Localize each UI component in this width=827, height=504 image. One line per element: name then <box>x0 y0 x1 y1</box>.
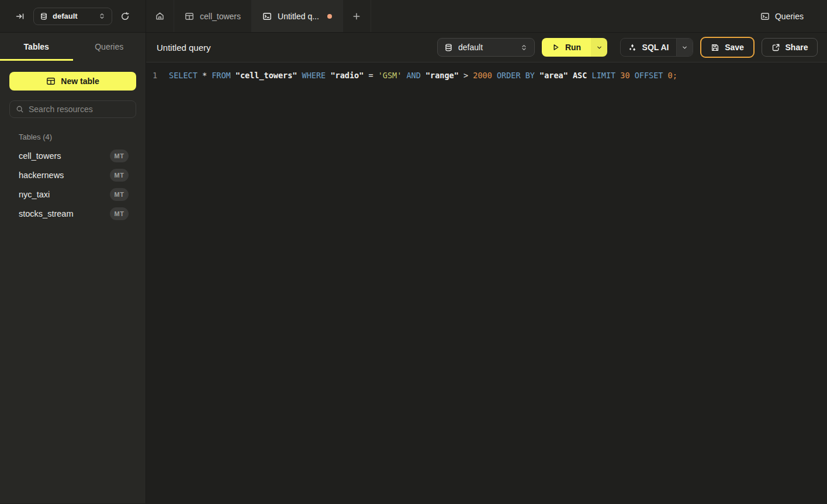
query-icon <box>262 12 272 21</box>
updown-chevron-icon <box>98 12 106 20</box>
search-input[interactable] <box>29 105 134 114</box>
plus-icon <box>352 12 361 21</box>
sql-ai-button[interactable]: SQL AI <box>620 38 693 57</box>
refresh-icon[interactable] <box>120 12 130 21</box>
new-tab-button[interactable] <box>343 0 371 32</box>
database-selector-value: default <box>53 12 94 20</box>
database-selector-value: default <box>458 43 515 52</box>
query-icon <box>760 12 770 21</box>
chevron-down-icon <box>681 44 688 51</box>
table-engine-badge: MT <box>110 169 129 182</box>
tab-untitled-query[interactable]: Untitled q... <box>252 0 343 32</box>
search-icon <box>16 105 24 113</box>
new-table-button-label: New table <box>61 77 99 86</box>
unsaved-dot <box>327 14 332 19</box>
sidebar-tab-queries-label: Queries <box>95 42 123 51</box>
sidebar-tab-queries[interactable]: Queries <box>73 33 146 61</box>
run-button-label: Run <box>565 43 581 52</box>
sidebar-tab-tables[interactable]: Tables <box>0 33 73 61</box>
topbar-left-section: default <box>0 0 146 32</box>
save-button-label: Save <box>725 43 744 52</box>
line-number: 1 <box>146 69 164 82</box>
queries-button[interactable]: Queries <box>760 12 804 21</box>
code-line: 1 SELECT * FROM "cell_towers" WHERE "rad… <box>146 69 827 82</box>
tab-home[interactable] <box>146 0 174 32</box>
page-title: Untitled query <box>157 43 211 53</box>
sql-ai-options-caret[interactable] <box>676 39 693 56</box>
sidebar-tabs: Tables Queries <box>0 33 146 61</box>
table-list: cell_towers MT hackernews MT nyc_taxi MT… <box>0 146 146 223</box>
table-row[interactable]: hackernews MT <box>0 165 146 185</box>
sql-ai-button-label: SQL AI <box>642 43 669 52</box>
sparkles-icon <box>628 43 637 52</box>
sql-line-code: SELECT * FROM "cell_towers" WHERE "radio… <box>169 69 677 82</box>
table-icon <box>185 12 194 21</box>
table-engine-badge: MT <box>110 150 129 162</box>
table-row[interactable]: stocks_stream MT <box>0 204 146 223</box>
sidebar-tab-tables-label: Tables <box>24 42 49 51</box>
sql-editor[interactable]: 1 SELECT * FROM "cell_towers" WHERE "rad… <box>146 62 827 503</box>
tabstrip: cell_towers Untitled q... <box>146 0 827 32</box>
chevron-down-icon <box>596 44 603 51</box>
run-button-main[interactable]: Run <box>542 38 591 57</box>
tab-cell-towers[interactable]: cell_towers <box>174 0 252 32</box>
topbar-database-selector[interactable]: default <box>33 8 112 25</box>
run-options-caret[interactable] <box>591 38 607 57</box>
collapse-sidebar-icon[interactable] <box>15 12 25 21</box>
toolbar-database-selector[interactable]: default <box>437 38 535 57</box>
home-icon <box>155 11 165 21</box>
table-engine-badge: MT <box>110 188 129 201</box>
table-name: stocks_stream <box>19 209 110 218</box>
topbar-spacer <box>371 0 760 32</box>
table-engine-badge: MT <box>110 207 129 220</box>
sidebar: Tables Queries New table <box>0 33 146 503</box>
database-icon <box>40 12 48 20</box>
share-button[interactable]: Share <box>762 38 818 57</box>
topbar: default <box>0 0 827 33</box>
share-icon <box>771 43 780 52</box>
main-panel: Untitled query default <box>146 33 827 503</box>
table-name: cell_towers <box>19 151 110 161</box>
new-table-button[interactable]: New table <box>9 72 136 91</box>
table-icon <box>46 77 56 86</box>
save-icon <box>711 43 719 52</box>
table-row[interactable]: cell_towers MT <box>0 146 146 165</box>
tab-label: cell_towers <box>200 12 241 21</box>
tables-section-label: Tables (4) <box>19 133 146 141</box>
table-name: nyc_taxi <box>19 190 110 199</box>
table-row[interactable]: nyc_taxi MT <box>0 185 146 204</box>
play-icon <box>552 43 560 51</box>
run-button[interactable]: Run <box>542 38 607 57</box>
tab-label: Untitled q... <box>278 12 319 21</box>
queries-button-label: Queries <box>775 12 804 21</box>
sql-ai-button-main[interactable]: SQL AI <box>621 39 676 56</box>
query-toolbar: Untitled query default <box>146 33 827 62</box>
updown-chevron-icon <box>520 44 528 51</box>
save-button[interactable]: Save <box>700 37 755 58</box>
search-resources-box <box>9 100 136 118</box>
database-icon <box>444 43 453 52</box>
table-name: hackernews <box>19 171 110 180</box>
share-button-label: Share <box>786 43 808 52</box>
